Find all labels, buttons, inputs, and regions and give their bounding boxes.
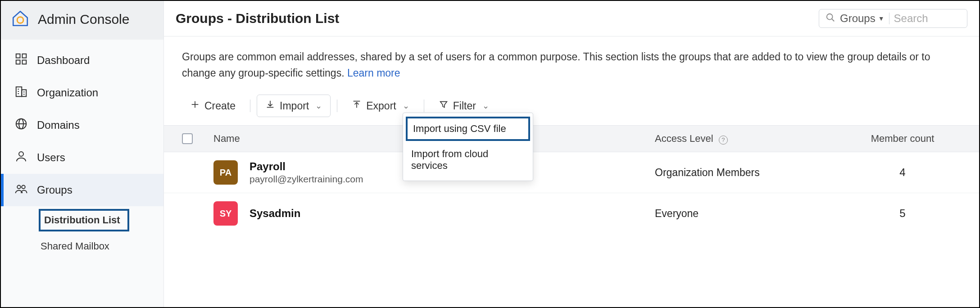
- groups-subnav: Distribution List Shared Mailbox: [1, 206, 163, 258]
- group-name: Payroll: [250, 160, 363, 173]
- svg-point-18: [827, 14, 833, 20]
- divider: [337, 100, 337, 112]
- description-text: Groups are common email addresses, share…: [182, 51, 930, 79]
- col-header-access[interactable]: Access Level ?: [655, 133, 844, 145]
- search-input[interactable]: [894, 12, 939, 25]
- chevron-down-icon: ⌄: [315, 101, 322, 111]
- brand-logo-icon: [11, 9, 30, 30]
- svg-rect-6: [22, 90, 26, 96]
- import-csv-option[interactable]: Import using CSV file: [406, 117, 530, 141]
- search-scope-label: Groups: [840, 12, 876, 25]
- table-header: Name Access Level ? Member count: [164, 125, 979, 152]
- import-icon: [265, 100, 275, 112]
- caret-down-icon: ▼: [878, 15, 885, 22]
- svg-rect-2: [23, 54, 27, 58]
- header: Groups - Distribution List Groups ▼: [164, 1, 979, 36]
- brand: Admin Console: [1, 1, 163, 40]
- chevron-down-icon: ⌄: [403, 101, 409, 111]
- sidebar-item-label: Groups: [37, 184, 73, 196]
- col-header-members[interactable]: Member count: [844, 133, 961, 145]
- sidebar-item-label: Domains: [37, 119, 80, 131]
- export-label: Export: [366, 100, 396, 112]
- table-row[interactable]: PA Payroll payroll@zylkertraining.com Or…: [164, 152, 979, 193]
- sidebar-item-dashboard[interactable]: Dashboard: [1, 44, 163, 77]
- group-name: Sysadmin: [250, 207, 300, 220]
- sidebar-item-label: Organization: [37, 86, 98, 99]
- subnav-shared-mailbox[interactable]: Shared Mailbox: [39, 235, 163, 258]
- svg-rect-3: [16, 60, 20, 64]
- nav: Dashboard Organization Domains Users: [1, 40, 163, 258]
- svg-rect-4: [23, 60, 27, 64]
- member-count: 5: [844, 207, 961, 220]
- main: Groups - Distribution List Groups ▼ Grou…: [164, 1, 979, 307]
- col-header-access-label: Access Level: [655, 133, 713, 144]
- help-icon[interactable]: ?: [719, 136, 728, 145]
- sidebar-item-label: Users: [37, 151, 65, 164]
- learn-more-link[interactable]: Learn more: [347, 67, 400, 79]
- page-title: Groups - Distribution List: [176, 11, 339, 26]
- subnav-distribution-list[interactable]: Distribution List: [39, 209, 129, 231]
- sidebar-item-label: Dashboard: [37, 54, 90, 67]
- building-icon: [14, 85, 28, 101]
- select-all-checkbox[interactable]: [182, 133, 193, 144]
- avatar: PA: [213, 160, 238, 185]
- import-dropdown: Import using CSV file Import from cloud …: [403, 113, 533, 181]
- sidebar-item-domains[interactable]: Domains: [1, 109, 163, 141]
- sidebar: Admin Console Dashboard Organization Dom…: [1, 1, 164, 307]
- sidebar-item-groups[interactable]: Groups: [1, 174, 163, 206]
- group-email: payroll@zylkertraining.com: [250, 174, 363, 185]
- svg-point-15: [19, 152, 23, 156]
- import-label: Import: [280, 100, 309, 112]
- svg-rect-1: [16, 54, 20, 58]
- import-button[interactable]: Import ⌄: [257, 95, 331, 117]
- filter-label: Filter: [453, 100, 476, 112]
- description: Groups are common email addresses, share…: [164, 36, 979, 86]
- user-icon: [14, 149, 28, 166]
- divider: [250, 100, 250, 112]
- select-all-cell: [182, 133, 213, 144]
- search-icon: [826, 13, 835, 24]
- access-level: Everyone: [655, 208, 844, 220]
- dashboard-icon: [14, 52, 28, 68]
- divider: [889, 13, 889, 24]
- member-count: 4: [844, 166, 961, 179]
- brand-title: Admin Console: [38, 12, 129, 27]
- svg-point-16: [17, 186, 21, 189]
- plus-icon: [190, 100, 200, 112]
- table-row[interactable]: SY Sysadmin Everyone 5: [164, 193, 979, 234]
- export-icon: [352, 100, 362, 112]
- access-level: Organization Members: [655, 167, 844, 179]
- svg-point-17: [22, 186, 25, 189]
- create-label: Create: [204, 100, 236, 112]
- sidebar-item-users[interactable]: Users: [1, 141, 163, 174]
- avatar: SY: [213, 201, 238, 226]
- search-box[interactable]: Groups ▼: [819, 9, 967, 28]
- svg-point-0: [17, 17, 23, 23]
- group-icon: [14, 182, 28, 198]
- filter-icon: [439, 100, 449, 112]
- svg-line-19: [832, 19, 835, 22]
- import-cloud-option[interactable]: Import from cloud services: [403, 142, 533, 178]
- globe-icon: [14, 117, 28, 133]
- sidebar-item-organization[interactable]: Organization: [1, 77, 163, 109]
- chevron-down-icon: ⌄: [482, 101, 489, 111]
- divider: [424, 100, 424, 112]
- toolbar: Create Import ⌄ Export ⌄: [164, 86, 979, 125]
- create-button[interactable]: Create: [182, 95, 244, 117]
- search-scope-dropdown[interactable]: Groups ▼: [840, 12, 885, 25]
